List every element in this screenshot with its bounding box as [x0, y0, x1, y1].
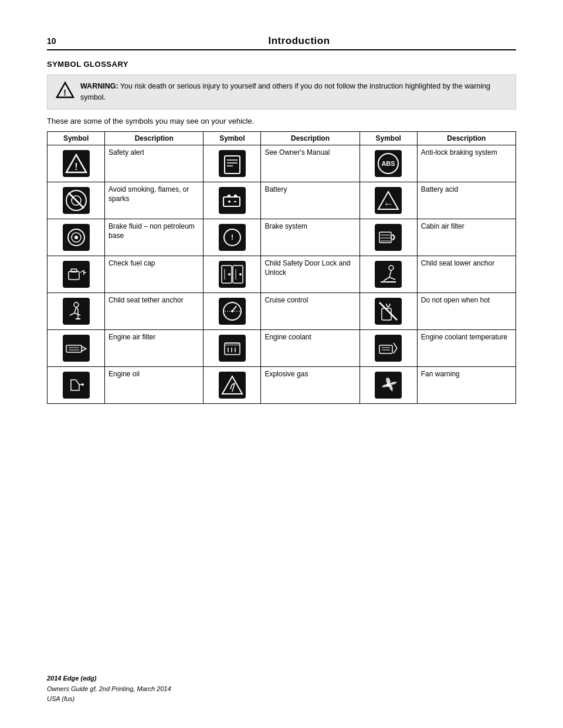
desc-engine-coolant-temp: Engine coolant temperature — [417, 329, 515, 366]
intro-text: These are some of the symbols you may se… — [47, 117, 516, 125]
table-row: Check fuel cap Child — [48, 256, 516, 292]
symbol-engine-coolant — [204, 329, 261, 366]
symbol-owners-manual — [204, 145, 261, 182]
desc-abs: Anti-lock braking system — [417, 145, 515, 182]
svg-text:ABS: ABS — [382, 160, 395, 167]
symbol-explosive-gas — [204, 366, 261, 403]
svg-rect-74 — [63, 372, 90, 399]
warning-label: WARNING: — [80, 82, 118, 90]
svg-rect-70 — [375, 335, 402, 362]
desc-engine-coolant: Engine coolant — [261, 329, 359, 366]
symbol-engine-coolant-temp — [359, 329, 417, 366]
svg-point-75 — [82, 383, 84, 386]
warning-text: WARNING: You risk death or serious injur… — [80, 81, 507, 103]
symbol-engine-air-filter — [48, 329, 105, 366]
desc-brake-fluid: Brake fluid – non petroleum base — [105, 219, 204, 256]
desc-cruise-control: Cruise control — [261, 292, 359, 329]
svg-rect-20 — [234, 195, 237, 197]
footer-line3: USA (fus) — [47, 694, 171, 705]
table-row: Avoid smoking, flames, or sparks — [48, 182, 516, 219]
footer-line2: Owners Guide gf, 2nd Printing, March 201… — [47, 684, 171, 695]
col-header-symbol2: Symbol — [204, 131, 261, 145]
table-header-row: Symbol Description Symbol Description Sy… — [48, 131, 516, 145]
desc-explosive-gas: Explosive gas — [261, 366, 359, 403]
svg-rect-19 — [228, 195, 230, 197]
page-number: 10 — [47, 36, 82, 46]
desc-do-not-open-hot: Do not open when hot — [417, 292, 515, 329]
table-row: Engine oil Explosive gas — [48, 366, 516, 403]
section-heading: SYMBOL GLOSSARY — [47, 60, 516, 69]
desc-engine-oil: Engine oil — [105, 366, 204, 403]
svg-rect-34 — [375, 224, 402, 251]
table-row: Child seat tether anchor Cruise control — [48, 292, 516, 329]
symbol-check-fuel-cap — [48, 256, 105, 292]
svg-text:+−: +− — [385, 201, 392, 207]
svg-rect-50 — [63, 298, 90, 325]
desc-engine-air-filter: Engine air filter — [105, 329, 204, 366]
table-row: ! Safety alert — [48, 145, 516, 182]
symbol-brake-fluid — [48, 219, 105, 256]
desc-owners-manual: See Owner's Manual — [261, 145, 359, 182]
svg-text:!: ! — [231, 233, 233, 241]
footer-line1: 2014 Edge (edg) — [47, 673, 171, 684]
symbol-abs: ABS — [359, 145, 417, 182]
symbol-battery-acid: +− — [359, 182, 417, 219]
symbol-cruise-control — [204, 292, 261, 329]
desc-battery: Battery — [261, 182, 359, 219]
symbol-no-smoking — [48, 182, 105, 219]
svg-text:!: ! — [74, 162, 77, 172]
desc-check-fuel-cap: Check fuel cap — [105, 256, 204, 292]
symbol-fan-warning — [359, 366, 417, 403]
desc-no-smoking: Avoid smoking, flames, or sparks — [105, 182, 204, 219]
svg-rect-40 — [63, 261, 90, 288]
symbol-engine-oil — [48, 366, 105, 403]
desc-battery-acid: Battery acid — [417, 182, 515, 219]
svg-point-47 — [239, 273, 242, 275]
warning-triangle-icon: ! — [56, 81, 74, 100]
svg-rect-48 — [375, 261, 402, 288]
desc-fan-warning: Fan warning — [417, 366, 515, 403]
svg-point-45 — [228, 273, 230, 275]
col-header-desc2: Description — [261, 131, 359, 145]
symbol-do-not-open-hot — [359, 292, 417, 329]
col-header-symbol3: Symbol — [359, 131, 417, 145]
warning-box: ! WARNING: You risk death or serious inj… — [47, 74, 516, 110]
desc-child-seat-lower: Child seat lower anchor — [417, 256, 515, 292]
svg-rect-64 — [219, 335, 246, 362]
svg-rect-43 — [219, 261, 246, 288]
desc-child-tether: Child seat tether anchor — [105, 292, 204, 329]
desc-safety-alert: Safety alert — [105, 145, 204, 182]
symbol-battery — [204, 182, 261, 219]
symbol-brake-system: ! — [204, 219, 261, 256]
page-header: 10 Introduction — [47, 35, 516, 50]
page-title: Introduction — [82, 35, 516, 47]
symbol-child-tether — [48, 292, 105, 329]
desc-cabin-air-filter: Cabin air filter — [417, 219, 515, 256]
svg-point-30 — [74, 236, 78, 239]
symbol-safety-alert: ! — [48, 145, 105, 182]
table-row: Engine air filter Engine coolant — [48, 329, 516, 366]
svg-rect-17 — [219, 187, 246, 214]
warning-body: You risk death or serious injury to your… — [80, 82, 490, 101]
symbol-child-seat-lower — [359, 256, 417, 292]
table-row: Brake fluid – non petroleum base ! Brake… — [48, 219, 516, 256]
symbol-table: Symbol Description Symbol Description Sy… — [47, 131, 516, 404]
col-header-desc3: Description — [417, 131, 515, 145]
symbol-child-safety-door — [204, 256, 261, 292]
symbol-cabin-air-filter — [359, 219, 417, 256]
svg-text:!: ! — [63, 88, 66, 97]
desc-brake-system: Brake system — [261, 219, 359, 256]
col-header-desc1: Description — [105, 131, 204, 145]
desc-child-safety-door: Child Safety Door Lock and Unlock — [261, 256, 359, 292]
page-footer: 2014 Edge (edg) Owners Guide gf, 2nd Pri… — [47, 673, 171, 705]
svg-rect-66 — [225, 343, 240, 346]
col-header-symbol1: Symbol — [48, 131, 105, 145]
